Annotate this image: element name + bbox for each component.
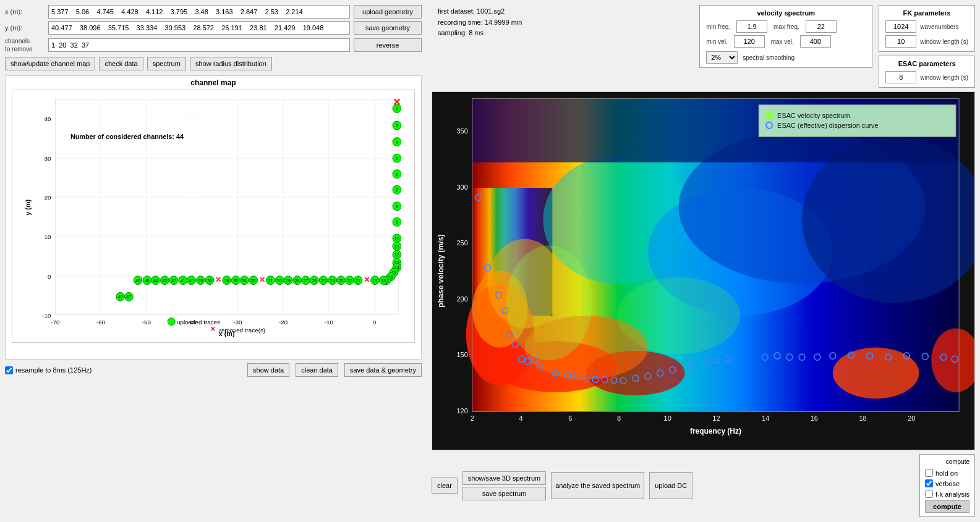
svg-text:7: 7: [396, 188, 398, 192]
svg-rect-124: [168, 318, 175, 326]
svg-text:250: 250: [457, 239, 468, 246]
esac-window-label: window length (s): [920, 74, 968, 81]
hold-on-checkbox[interactable]: [925, 469, 933, 477]
fk-wavenumbers-label: wavenumbers: [920, 23, 958, 30]
fk-analysis-label: f-k analysis: [935, 490, 969, 498]
compute-panel: compute hold on verbose f-k analysis com…: [919, 454, 975, 517]
svg-text:ESAC velocity spectrum: ESAC velocity spectrum: [777, 112, 850, 119]
svg-text:-70: -70: [51, 319, 60, 326]
spectrum-button[interactable]: spectrum: [147, 57, 186, 70]
verbose-checkbox[interactable]: [925, 479, 933, 487]
svg-text:38: 38: [207, 279, 212, 283]
svg-text:18: 18: [859, 415, 867, 422]
show-radius-button[interactable]: show radius distribution: [190, 57, 272, 70]
svg-text:35: 35: [234, 279, 239, 283]
svg-text:43: 43: [163, 279, 168, 283]
svg-text:30: 30: [45, 155, 51, 162]
max-vel-label: max vel.: [771, 38, 794, 45]
esac-window-input[interactable]: [885, 71, 916, 83]
check-data-button[interactable]: check data: [99, 57, 143, 70]
max-freq-label: max freq.: [773, 23, 799, 30]
fk-title: FK parameters: [885, 9, 968, 17]
compute-button[interactable]: compute: [925, 500, 969, 513]
channel-map-svg: -70 -60 -50 -40 -30 -20 -10 0 40 30 20 1…: [12, 90, 415, 343]
svg-text:19: 19: [373, 279, 378, 283]
save-data-button[interactable]: save data & geometry: [344, 363, 422, 377]
esac-panel: ESAC parameters window length (s): [879, 56, 975, 88]
show-channel-map-button[interactable]: show/update channel map: [5, 57, 95, 70]
save-spectrum-button[interactable]: save spectrum: [462, 487, 546, 500]
svg-text:29: 29: [286, 279, 291, 283]
svg-text:42: 42: [171, 279, 176, 283]
svg-text:uploaded traces: uploaded traces: [177, 319, 220, 326]
svg-text:36: 36: [224, 279, 229, 283]
svg-text:26: 26: [312, 279, 317, 283]
svg-text:0: 0: [373, 319, 377, 326]
svg-text:ESAC (effective) dispersion cu: ESAC (effective) dispersion curve: [777, 122, 879, 129]
svg-text:✕: ✕: [393, 97, 401, 107]
velocity-spectrum-title: velocity spectrum: [706, 9, 866, 17]
channels-input[interactable]: [48, 38, 350, 52]
fk-panel: FK parameters wavenumbers window length …: [879, 5, 975, 52]
svg-text:-10: -10: [325, 319, 334, 326]
y-values-input[interactable]: [48, 21, 350, 35]
svg-text:24: 24: [330, 279, 335, 283]
svg-text:10: 10: [394, 237, 399, 241]
svg-text:5: 5: [396, 156, 398, 161]
svg-text:removed trace(s): removed trace(s): [219, 327, 265, 334]
velocity-spectrum-panel: velocity spectrum min freq. max freq. mi…: [699, 5, 872, 68]
svg-text:120: 120: [457, 407, 468, 415]
upload-geometry-button[interactable]: upload geometry: [354, 5, 422, 19]
reverse-button[interactable]: reverse: [354, 38, 422, 52]
max-freq-input[interactable]: [806, 20, 837, 33]
x-values-input[interactable]: [48, 5, 350, 19]
resample-label: resample to 8ms (125Hz): [15, 366, 92, 374]
max-vel-input[interactable]: [800, 35, 831, 48]
svg-text:33: 33: [251, 279, 256, 283]
show-data-button[interactable]: show data: [247, 363, 289, 377]
svg-text:16: 16: [811, 415, 818, 422]
min-vel-input[interactable]: [734, 35, 765, 48]
analyze-saved-button[interactable]: analyze the saved spectrum: [551, 472, 644, 499]
svg-text:phase velocity (m/s): phase velocity (m/s): [437, 234, 445, 307]
svg-text:45: 45: [145, 279, 150, 283]
verbose-label: verbose: [935, 480, 960, 487]
svg-text:-60: -60: [96, 319, 106, 326]
svg-text:11: 11: [394, 245, 399, 249]
fk-analysis-checkbox[interactable]: [925, 490, 933, 498]
svg-text:350: 350: [457, 127, 468, 135]
svg-text:8: 8: [617, 415, 621, 422]
fk-window-label: window length (s): [920, 38, 968, 45]
svg-text:150: 150: [457, 351, 468, 358]
svg-text:-10: -10: [42, 312, 51, 319]
clean-data-button[interactable]: clean data: [296, 363, 338, 377]
svg-text:300: 300: [457, 183, 468, 191]
dataset-info-line3: sampling: 8 ms: [438, 28, 522, 39]
svg-text:41: 41: [181, 279, 185, 283]
svg-text:25: 25: [321, 279, 326, 283]
svg-point-141: [833, 348, 919, 399]
svg-text:10: 10: [664, 415, 671, 422]
svg-text:22: 22: [347, 279, 352, 283]
fk-wavenumbers-input[interactable]: [885, 20, 916, 33]
heatmap-svg: 2 4 6 8 10 12 14 16 18 20 frequency (Hz)…: [432, 92, 974, 450]
fk-window-input[interactable]: [885, 35, 916, 48]
svg-text:40: 40: [45, 116, 51, 122]
svg-point-144: [617, 277, 740, 354]
svg-text:18: 18: [381, 279, 386, 283]
min-freq-input[interactable]: [736, 20, 767, 33]
smoothing-select[interactable]: 2%5%10%: [706, 51, 738, 64]
svg-text:-20: -20: [279, 319, 288, 326]
svg-text:23: 23: [339, 279, 344, 283]
upload-dc-button[interactable]: upload DC: [649, 472, 692, 499]
svg-text:47: 47: [127, 295, 132, 299]
svg-text:40: 40: [189, 279, 194, 283]
svg-text:8: 8: [396, 204, 398, 209]
svg-text:200: 200: [457, 295, 468, 303]
resample-checkbox-label[interactable]: resample to 8ms (125Hz): [5, 366, 92, 374]
clear-button[interactable]: clear: [432, 478, 458, 494]
svg-text:Number of considered channels:: Number of considered channels: 44: [70, 133, 184, 140]
resample-checkbox[interactable]: [5, 366, 13, 374]
show-save-3d-button[interactable]: show/save 3D spectrum: [462, 471, 546, 485]
save-geometry-button[interactable]: save geometry: [354, 21, 422, 35]
